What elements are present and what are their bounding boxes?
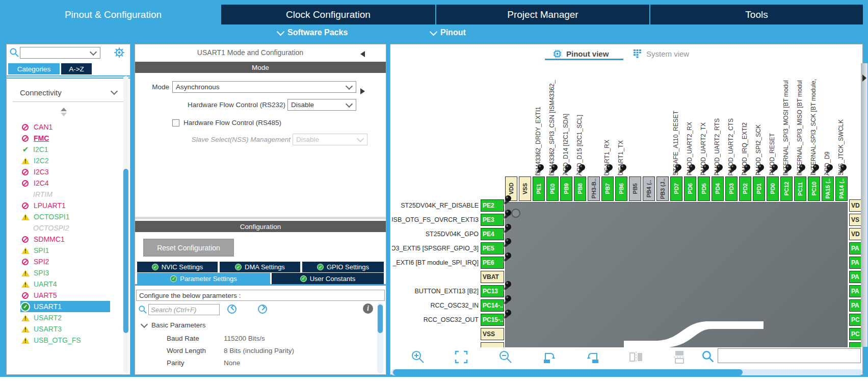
sidebar-search-combo[interactable] <box>20 47 100 59</box>
sidebar-item-spi3[interactable]: SPI3 <box>20 267 110 278</box>
sidebar-item-usart1[interactable]: ✓USART1 <box>20 301 110 312</box>
pin-PD4[interactable]: PD4 <box>712 176 724 201</box>
pinout-search-input[interactable] <box>718 348 861 363</box>
software-packs-menu[interactable]: Software Packs <box>278 24 348 41</box>
next-match-button[interactable] <box>258 304 267 314</box>
sidebar-item-fmc[interactable]: FMC <box>20 133 110 144</box>
parameter-value[interactable]: 8 Bits (including Parity) <box>224 347 375 354</box>
pin-PC[interactable]: PC <box>849 314 861 326</box>
pin-PB4 (..[interactable]: PB4 (.. <box>643 176 655 201</box>
zoom-in-icon[interactable] <box>410 349 426 365</box>
sidebar-item-usb_otg_fs[interactable]: USB_OTG_FS <box>20 335 110 346</box>
pin-PB5[interactable]: PB5 <box>629 176 641 201</box>
main-tab-project-manager[interactable]: Project Manager <box>436 5 649 24</box>
sidebar-item-sdmmc1[interactable]: SDMMC1 <box>20 234 110 245</box>
tab-nvic-settings[interactable]: ✓NVIC Settings <box>137 262 218 272</box>
sidebar-item-uart5[interactable]: UART5 <box>20 290 110 301</box>
tab-user-constants[interactable]: ✓User Constants <box>272 273 384 284</box>
pin-VD[interactable]: VD <box>849 199 861 212</box>
sidebar-search-input[interactable] <box>21 48 90 58</box>
sidebar-item-octospi2[interactable]: OCTOSPI2 <box>20 222 110 234</box>
main-tab-tools[interactable]: Tools <box>650 5 863 24</box>
pin-PA14 (..[interactable]: PA14 (.. <box>835 176 848 201</box>
pin-PB6[interactable]: PB6 <box>615 176 627 201</box>
collapse-left-arrow[interactable] <box>360 51 365 57</box>
pin-PD2[interactable]: PD2 <box>739 176 751 201</box>
pin-PA[interactable]: PA <box>849 242 861 255</box>
gear-icon[interactable] <box>113 46 126 59</box>
expand-right-arrow[interactable] <box>360 88 365 94</box>
sidebar-item-octospi1[interactable]: OCTOSPI1 <box>20 211 110 222</box>
parameter-value[interactable]: 115200 Bits/s <box>224 335 375 342</box>
sidebar-item-usart3[interactable]: USART3 <box>20 323 110 335</box>
tab-pinout-view[interactable]: Pinout view <box>553 47 609 60</box>
parameter-value[interactable]: None <box>224 359 375 367</box>
rotate-clockwise-icon[interactable] <box>541 349 557 365</box>
parameter-row[interactable]: ParityNone <box>135 357 375 369</box>
pin-unnamed[interactable] <box>481 342 504 347</box>
panel-splitter[interactable] <box>135 217 386 219</box>
tab-gpio-settings[interactable]: ✓GPIO Settings <box>302 262 384 272</box>
pinout-canvas[interactable]: VDDVSSPE1ISM43362_DRDY_EXTI1PE0ISM43362_… <box>391 64 861 347</box>
scrollbar-thumb[interactable] <box>378 304 383 333</box>
sidebar-item-i2c1[interactable]: ✔I2C1 <box>20 144 110 155</box>
sidebar-item-lpuart1[interactable]: LPUART1 <box>20 200 110 211</box>
pin-VSS[interactable]: VSS <box>519 176 531 201</box>
pin-VD[interactable]: VD <box>849 228 861 240</box>
sort-toggle[interactable] <box>61 108 67 117</box>
fit-to-screen-icon[interactable] <box>454 349 469 365</box>
category-connectivity[interactable]: Connectivity <box>20 88 117 98</box>
zoom-out-icon[interactable] <box>498 349 513 365</box>
sidebar-item-uart4[interactable]: UART4 <box>20 278 110 290</box>
pin-PD3[interactable]: PD3 <box>725 176 738 201</box>
pin-PC11[interactable]: PC11 <box>794 176 806 201</box>
pin-PB9[interactable]: PB9 <box>560 176 572 201</box>
scrollbar-thumb[interactable] <box>123 169 128 333</box>
reset-configuration-button[interactable]: Reset Configuration <box>143 239 234 257</box>
rs485-checkbox[interactable] <box>172 119 179 126</box>
rs232-select[interactable]: Disable <box>287 99 356 111</box>
sidebar-item-i2c3[interactable]: I2C3 <box>20 166 110 177</box>
tab-parameter-settings[interactable]: ✓Parameter Settings <box>137 273 270 284</box>
scrollbar-thumb[interactable] <box>393 369 743 375</box>
pin-PA[interactable]: PA <box>849 257 861 269</box>
parameters-scrollbar[interactable] <box>377 302 383 373</box>
pin-PB8[interactable]: PB8 <box>574 176 586 201</box>
pin-PE0[interactable]: PE0 <box>546 176 559 201</box>
pin-PD0[interactable]: PD0 <box>767 176 779 201</box>
pin-VS[interactable]: VS <box>849 214 861 226</box>
parameter-search-input[interactable] <box>148 304 220 315</box>
pin-PD7[interactable]: PD7 <box>670 176 682 201</box>
pin-PA15 (..[interactable]: PA15 (.. <box>822 176 834 201</box>
sidebar-item-can1[interactable]: CAN1 <box>20 121 110 133</box>
tab-system-view[interactable]: System view <box>633 47 689 60</box>
pinout-horizontal-scrollbar[interactable] <box>391 369 862 375</box>
pinout-menu[interactable]: Pinout <box>431 24 466 41</box>
parameter-row[interactable]: Word Length8 Bits (including Parity) <box>135 344 375 357</box>
pin-PA[interactable]: PA <box>849 285 861 297</box>
pin-PE1[interactable]: PE1 <box>533 176 545 201</box>
pin-PB3 (J..[interactable]: PB3 (J.. <box>656 176 669 201</box>
tab-categories[interactable]: Categories <box>8 63 60 74</box>
pin-PC[interactable]: PC <box>849 328 861 340</box>
sidebar-item-usart2[interactable]: USART2 <box>20 312 110 323</box>
pinout-vertical-scrollbar[interactable] <box>861 63 867 347</box>
pin-VSS[interactable]: VSS <box>481 328 504 340</box>
basic-parameters-group[interactable]: Basic Parameters <box>142 320 206 330</box>
expand-right-icon[interactable] <box>862 74 866 82</box>
pin-PB7[interactable]: PB7 <box>601 176 614 201</box>
pin-PC12[interactable]: PC12 <box>780 176 793 201</box>
pin-PD5[interactable]: PD5 <box>698 176 710 201</box>
previous-match-button[interactable] <box>227 304 236 314</box>
tab-a-to-z[interactable]: A->Z <box>61 63 92 74</box>
sidebar-item-i2c4[interactable]: I2C4 <box>20 177 110 189</box>
pin-unnamed[interactable] <box>849 342 861 347</box>
pin-PA[interactable]: PA <box>849 271 861 283</box>
sidebar-item-spi2[interactable]: SPI2 <box>20 256 110 267</box>
pin-PD6[interactable]: PD6 <box>684 176 696 201</box>
pin-PA[interactable]: PA <box>849 299 861 312</box>
sidebar-scrollbar[interactable] <box>123 76 128 373</box>
pin-PH3-B..[interactable]: PH3-B.. <box>588 176 600 201</box>
main-tab-pinout-configuration[interactable]: Pinout & Configuration <box>5 5 221 24</box>
parameter-row[interactable]: Baud Rate115200 Bits/s <box>135 332 375 344</box>
